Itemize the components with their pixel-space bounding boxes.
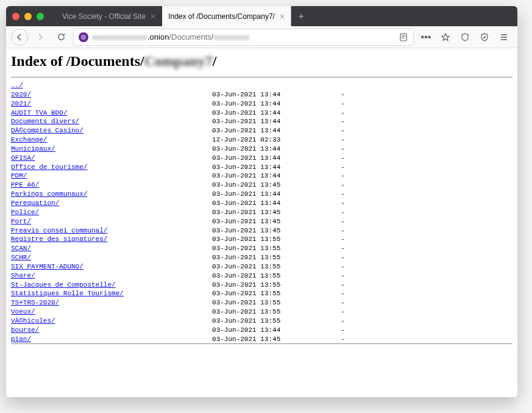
list-item: 2021/ 03-Jun-2021 13:44 -	[11, 99, 512, 109]
tab-active[interactable]: Index of /Documents/Company7/ ×	[162, 6, 291, 26]
directory-link[interactable]: St-Jacques de Compostelle/	[11, 281, 116, 289]
list-item: Parkings communaux/ 03-Jun-2021 13:44 -	[11, 190, 512, 199]
list-item: Voeux/ 03-Jun-2021 13:55 -	[11, 307, 512, 317]
list-item: DÃ©comptes Casino/ 03-Jun-2021 13:44 -	[11, 126, 512, 135]
reload-icon	[57, 32, 66, 41]
directory-link[interactable]: Port/	[11, 218, 31, 225]
list-item: Exchange/ 12-Jun-2021 02:33 -	[11, 135, 512, 145]
list-item: Share/ 03-Jun-2021 13:55 -	[11, 271, 512, 281]
list-item: Documents divers/ 03-Jun-2021 13:44 -	[11, 117, 512, 126]
page-title: Index of /Documents/Company7/	[11, 53, 512, 70]
directory-link[interactable]: DÃ©comptes Casino/	[11, 127, 83, 134]
directory-link[interactable]: AUDIT TVA BDO/	[11, 109, 67, 117]
parent-dir-link[interactable]: ../	[11, 82, 23, 89]
list-item: PPE A6/ 03-Jun-2021 13:45 -	[11, 181, 512, 190]
directory-link[interactable]: Municipaux/	[11, 145, 55, 153]
list-item: St-Jacques de Compostelle/ 03-Jun-2021 1…	[11, 281, 512, 290]
directory-listing: ../2020/ 03-Jun-2021 13:44 -2021/ 03-Jun…	[11, 81, 512, 343]
directory-link[interactable]: OFISA/	[11, 154, 35, 162]
nav-bar: xxxxxxxxxxxxxx.onion/Documents/xxxxxxxxx…	[6, 26, 517, 48]
onion-site-icon	[79, 32, 88, 42]
directory-link[interactable]: SCAN/	[11, 245, 31, 252]
list-item: SCHR/ 03-Jun-2021 13:55 -	[11, 253, 512, 262]
window-close[interactable]	[12, 13, 20, 20]
window-minimize[interactable]	[24, 13, 32, 20]
url-text: xxxxxxxxxxxxxx.onion/Documents/xxxxxxxxx	[92, 32, 395, 41]
list-item: Registre des signatures/ 03-Jun-2021 13:…	[11, 235, 512, 244]
list-item: Perequation/ 03-Jun-2021 13:44 -	[11, 199, 512, 208]
window-maximize[interactable]	[37, 13, 44, 20]
reader-mode-icon[interactable]	[399, 32, 408, 42]
list-item: AUDIT TVA BDO/ 03-Jun-2021 13:44 -	[11, 109, 512, 118]
list-item: Port/ 03-Jun-2021 13:45 -	[11, 217, 512, 226]
list-item: pian/ 03-Jun-2021 13:45 -	[11, 335, 512, 344]
heading-prefix: Index of /Documents/	[11, 53, 144, 69]
tab-title: Vice Society - Official Site	[62, 12, 146, 21]
url-bar[interactable]: xxxxxxxxxxxxxx.onion/Documents/xxxxxxxxx	[73, 29, 414, 46]
directory-link[interactable]: VÃ©hicules/	[11, 317, 55, 325]
directory-link[interactable]: PPE A6/	[11, 181, 39, 189]
directory-link[interactable]: Preavis consei communal/	[11, 227, 107, 234]
tab-title: Index of /Documents/Company7/	[168, 12, 275, 21]
shield-icon[interactable]	[456, 29, 473, 46]
url-path-blurred: xxxxxxxxx	[213, 32, 249, 41]
more-actions-icon[interactable]: •••	[417, 29, 434, 46]
list-item: SIX PAYMENT-ADUNO/ 03-Jun-2021 13:55 -	[11, 262, 512, 271]
arrow-left-icon	[15, 32, 24, 42]
parent-dir-row: ../	[11, 81, 512, 90]
directory-link[interactable]: Perequation/	[11, 199, 59, 207]
directory-link[interactable]: Voeux/	[11, 308, 35, 315]
directory-link[interactable]: pian/	[11, 336, 31, 343]
url-host-blurred: xxxxxxxxxxxxxx	[92, 32, 147, 41]
list-item: Office de tourisme/ 03-Jun-2021 13:44 -	[11, 163, 512, 172]
reload-button[interactable]	[52, 29, 69, 46]
back-button[interactable]	[11, 29, 28, 46]
list-item: PDM/ 03-Jun-2021 13:44 -	[11, 171, 512, 181]
security-level-icon[interactable]	[476, 29, 493, 46]
bookmark-star-icon[interactable]	[437, 29, 454, 46]
traffic-lights	[12, 13, 50, 20]
heading-suffix: /	[213, 53, 217, 69]
divider	[11, 77, 512, 77]
tab-close-icon[interactable]: ×	[151, 12, 155, 21]
list-item: Police/ 03-Jun-2021 13:45 -	[11, 208, 512, 217]
svg-point-1	[82, 36, 85, 38]
list-item: Preavis consei communal/ 03-Jun-2021 13:…	[11, 226, 512, 235]
tab-close-icon[interactable]: ×	[280, 12, 285, 21]
directory-link[interactable]: Share/	[11, 272, 35, 279]
directory-link[interactable]: PDM/	[11, 172, 27, 179]
toolbar-right: •••	[417, 29, 512, 46]
list-item: Municipaux/ 03-Jun-2021 13:44 -	[11, 145, 512, 154]
directory-link[interactable]: SIX PAYMENT-ADUNO/	[11, 263, 83, 270]
directory-link[interactable]: 2020/	[11, 91, 31, 98]
heading-blurred: Company7	[144, 53, 213, 69]
arrow-right-icon	[35, 32, 45, 42]
directory-link[interactable]: Exchange/	[11, 136, 47, 143]
page-content: Index of /Documents/Company7/ ../2020/ 0…	[6, 48, 517, 397]
directory-link[interactable]: Police/	[11, 209, 39, 216]
list-item: TS+TRS-2020/ 03-Jun-2021 13:55 -	[11, 298, 512, 307]
list-item: Statistiques Rolle Tourisme/ 03-Jun-2021…	[11, 289, 512, 298]
tabs: Vice Society - Official Site × Index of …	[56, 6, 311, 26]
browser-window: Vice Society - Official Site × Index of …	[6, 6, 517, 397]
forward-button	[32, 29, 49, 46]
directory-link[interactable]: Registre des signatures/	[11, 235, 107, 243]
directory-link[interactable]: Statistiques Rolle Tourisme/	[11, 290, 124, 297]
list-item: 2020/ 03-Jun-2021 13:44 -	[11, 90, 512, 99]
directory-link[interactable]: Office de tourisme/	[11, 163, 87, 171]
directory-link[interactable]: Parkings communaux/	[11, 190, 87, 198]
directory-link[interactable]: TS+TRS-2020/	[11, 299, 59, 306]
tab-inactive[interactable]: Vice Society - Official Site ×	[56, 6, 162, 26]
url-path: /Documents/	[169, 32, 213, 41]
directory-link[interactable]: 2021/	[11, 100, 31, 107]
directory-link[interactable]: Documents divers/	[11, 118, 79, 125]
svg-point-0	[82, 35, 86, 39]
list-item: SCAN/ 03-Jun-2021 13:55 -	[11, 244, 512, 253]
url-onion: .onion	[147, 32, 169, 41]
directory-link[interactable]: SCHR/	[11, 254, 31, 261]
tab-bar: Vice Society - Official Site × Index of …	[6, 6, 517, 26]
list-item: VÃ©hicules/ 03-Jun-2021 13:55 -	[11, 317, 512, 326]
directory-link[interactable]: bourse/	[11, 326, 39, 334]
menu-icon[interactable]	[495, 29, 512, 46]
new-tab-button[interactable]: +	[291, 6, 311, 26]
